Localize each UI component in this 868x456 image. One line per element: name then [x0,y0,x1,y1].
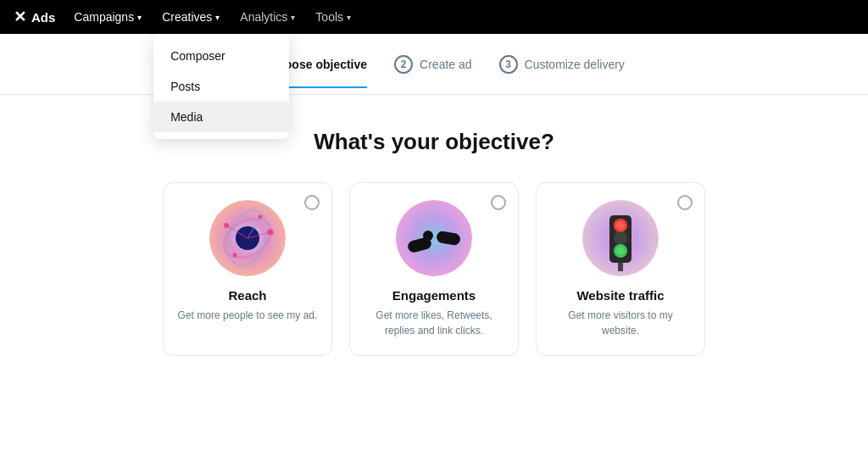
svg-point-13 [423,231,433,241]
creatives-chevron-icon: ▾ [215,13,220,22]
card-engagements-desc: Get more likes, Retweets, replies and li… [364,308,504,338]
step-3-number: 3 [499,55,518,74]
page-heading: What's your objective? [314,129,554,155]
card-website-traffic-radio[interactable] [677,195,693,210]
main-content: What's your objective? [0,95,868,373]
card-website-traffic[interactable]: Website traffic Get more visitors to my … [536,182,705,356]
card-website-traffic-desc: Get more visitors to my website. [550,308,691,338]
step-2[interactable]: 2 Create ad [394,55,471,87]
card-engagements-radio[interactable] [491,195,506,210]
svg-point-7 [233,253,237,258]
tools-chevron-icon: ▾ [347,13,351,22]
x-logo-icon: ✕ [14,8,26,26]
step-2-number: 2 [394,55,413,74]
card-reach-radio[interactable] [304,195,320,210]
dropdown-posts[interactable]: Posts [153,71,289,102]
svg-point-21 [616,247,625,255]
website-traffic-graphic [582,200,659,276]
card-engagements[interactable]: Engagements Get more likes, Retweets, re… [349,182,519,356]
nav-creatives[interactable]: Creatives ▾ Composer Posts Media [153,0,228,34]
svg-rect-22 [618,263,623,271]
reach-image [209,200,286,276]
logo[interactable]: ✕ Ads [14,8,55,26]
dropdown-media[interactable]: Media [153,102,289,132]
reach-graphic [209,200,286,276]
card-website-traffic-title: Website traffic [576,288,664,303]
svg-point-11 [396,200,472,276]
navbar: ✕ Ads Campaigns ▾ Creatives ▾ Composer P… [0,0,868,34]
nav-analytics[interactable]: Analytics ▾ [231,0,303,34]
engagements-image [396,200,472,276]
logo-text: Ads [31,10,55,25]
step-3-label: Customize delivery [525,58,625,71]
nav-creatives-label: Creatives [162,10,212,24]
card-reach-desc: Get more people to see my ad. [178,308,318,323]
objective-cards: Reach Get more people to see my ad. [163,182,705,356]
analytics-chevron-icon: ▾ [291,13,295,22]
nav-campaigns-label: Campaigns [74,10,134,24]
step-2-label: Create ad [420,58,471,71]
steps-bar: 1 Choose objective 2 Create ad 3 Customi… [0,34,868,95]
nav-campaigns[interactable]: Campaigns ▾ [65,0,150,34]
svg-point-19 [614,231,627,245]
dropdown-composer[interactable]: Composer [153,41,289,71]
creatives-dropdown: Composer Posts Media [153,34,289,139]
nav-analytics-label: Analytics [240,10,287,24]
nav-tools[interactable]: Tools ▾ [307,0,359,34]
step-3[interactable]: 3 Customize delivery [499,55,625,87]
engagements-graphic [396,200,472,276]
card-reach-title: Reach [228,288,266,303]
card-engagements-title: Engagements [392,288,476,303]
svg-point-18 [616,221,625,230]
card-reach[interactable]: Reach Get more people to see my ad. [163,182,332,356]
nav-tools-label: Tools [315,10,343,24]
campaigns-chevron-icon: ▾ [137,13,142,22]
website-traffic-image [582,200,659,276]
